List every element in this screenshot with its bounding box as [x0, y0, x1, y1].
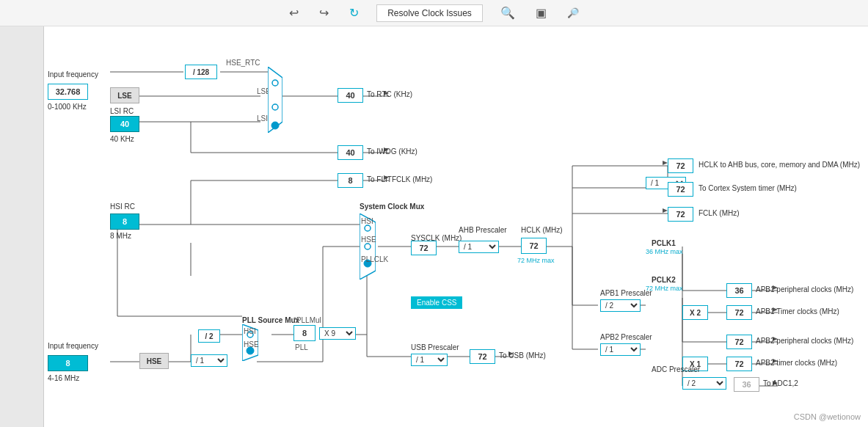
fullscreen-icon[interactable]: ▣	[533, 3, 550, 23]
svg-point-75	[271, 122, 279, 129]
refresh-icon[interactable]: ↻	[346, 3, 362, 23]
apb1-timer-block: 72	[726, 305, 752, 320]
hse-mux-label: HSE	[361, 236, 376, 244]
zoom-out-icon[interactable]: 🔎	[564, 4, 582, 21]
pclk1-label: PCLK1	[652, 239, 676, 247]
pll-val-block: 8	[293, 325, 316, 341]
sysclk-block: 72	[411, 241, 437, 255]
undo-icon[interactable]: ↩	[286, 3, 302, 23]
svg-marker-65	[663, 208, 668, 213]
to-rtc-label: To RTC (KHz)	[367, 90, 412, 98]
apb2-label: APB2 Prescaler	[600, 333, 652, 341]
toolbar: ↩ ↪ ↻ Resolve Clock Issues 🔍 ▣ 🔎	[0, 0, 868, 26]
fclk-label: FCLK (MHz)	[699, 209, 740, 217]
hsi-mux-label: HSI	[361, 217, 373, 225]
input-freq-bot-value[interactable]: 8	[48, 355, 88, 371]
usb-prescaler-select[interactable]: / 1	[411, 354, 448, 366]
pll-mul-label: *PLLMul	[293, 316, 321, 324]
pllclk-mux-label: PLLCLK	[361, 255, 388, 263]
to-flitf-block: 8	[338, 173, 363, 188]
to-rtc-block: 40	[338, 88, 363, 103]
zoom-in-icon[interactable]: 🔍	[497, 3, 518, 23]
pclk1-max-label: 36 MHz max	[646, 248, 683, 255]
apb1-timer-label: APB1 Timer clocks (MHz)	[756, 307, 839, 315]
ahb-prescaler-select[interactable]: / 1	[459, 241, 499, 253]
apb2-peri-block: 72	[726, 335, 752, 349]
adc-val-block: 36	[734, 377, 759, 392]
apb1-label: APB1 Prescaler	[600, 289, 652, 297]
pll-mul-select[interactable]: X 9	[319, 327, 356, 340]
apb1-peri-label: APB1 peripheral clocks (MHz)	[756, 285, 853, 293]
hclk-block: 72	[521, 238, 547, 254]
adc-label: ADC Prescaler	[652, 365, 700, 373]
pll-label: PLL	[295, 343, 308, 351]
adc-to-label: To ADC1,2	[763, 379, 798, 387]
lsi-rc-label: LSI RC	[110, 107, 134, 115]
x2-block: X 2	[682, 305, 708, 320]
to-flitf-label: To FLITFCLK (MHz)	[367, 175, 432, 183]
pll-source-label: PLL Source Mux	[242, 316, 299, 324]
input-freq-top-label: Input frequency	[48, 70, 98, 79]
to-iwdg-block: 40	[338, 145, 363, 160]
hse-pll-label: HSE	[244, 340, 259, 348]
hclk-ahb-block: 72	[668, 158, 693, 173]
hse-block: HSE	[139, 353, 169, 369]
input-freq-bot-label: Input frequency	[48, 342, 98, 350]
lsi-rc-block: 40	[110, 116, 139, 132]
input-freq-top-value[interactable]: 32.768	[48, 84, 88, 100]
apb1-prescaler-select[interactable]: / 2	[600, 299, 641, 312]
usb-label: USB Prescaler	[411, 343, 459, 351]
hclk-ahb-label: HCLK to AHB bus, core, memory and DMA (M…	[699, 161, 860, 169]
input-freq-top-range: 0-1000 KHz	[48, 103, 87, 111]
div128-block: / 128	[185, 65, 217, 79]
hclk-max-label: 72 MHz max	[517, 257, 555, 264]
resolve-clock-button[interactable]: Resolve Clock Issues	[376, 4, 483, 22]
hclk-label: HCLK (MHz)	[521, 226, 563, 234]
ahb-label: AHB Prescaler	[459, 226, 507, 234]
rtc-mux-svg	[268, 67, 282, 133]
enable-css-button[interactable]: Enable CSS	[411, 296, 462, 309]
usb-val-block: 72	[470, 349, 495, 364]
hsi-rc-block: 8	[110, 213, 139, 230]
apb2-peri-label: APB2 peripheral clocks (MHz)	[756, 337, 853, 345]
left-sidebar	[0, 26, 44, 427]
apb1-peri-block: 36	[726, 283, 752, 298]
svg-marker-63	[663, 161, 668, 165]
hse-div1-select[interactable]: / 1	[191, 354, 227, 367]
usb-to-label: To USB (MHz)	[499, 351, 546, 360]
input-freq-bot-range: 4-16 MHz	[48, 374, 79, 382]
hsi-pll-label: HSI	[244, 327, 256, 335]
lse-block: LSE	[110, 87, 139, 103]
lsi-unit-label: 40 KHz	[110, 135, 134, 143]
hse-rtc-label: HSE_RTC	[226, 59, 260, 67]
sys-clk-mux-label: System Clock Mux	[360, 202, 424, 211]
watermark: CSDN @wetionow	[794, 412, 861, 421]
to-iwdg-label: To IWDG (KHz)	[367, 147, 417, 156]
cortex-block: 72	[668, 182, 693, 197]
hsi-rc-label: HSI RC	[110, 202, 135, 211]
redo-icon[interactable]: ↪	[316, 3, 332, 23]
div2-block: / 2	[198, 329, 220, 343]
hsi-unit-label: 8 MHz	[110, 232, 131, 240]
apb2-timer-label: APB2 timer clocks (MHz)	[756, 359, 837, 367]
pclk2-label: PCLK2	[652, 276, 676, 284]
cortex-label: To Cortex System timer (MHz)	[699, 184, 797, 192]
apb2-timer-block: 72	[726, 357, 752, 371]
pclk2-max-label: 72 MHz max	[646, 285, 683, 292]
apb2-prescaler-select[interactable]: / 1	[600, 343, 641, 356]
lsi-line-label: LSI	[257, 114, 268, 123]
fclk-block: 72	[668, 207, 693, 222]
adc-prescaler-select[interactable]: / 2	[682, 377, 726, 390]
main-canvas: Input frequency 32.768 0-1000 KHz LSE LS…	[44, 26, 868, 427]
